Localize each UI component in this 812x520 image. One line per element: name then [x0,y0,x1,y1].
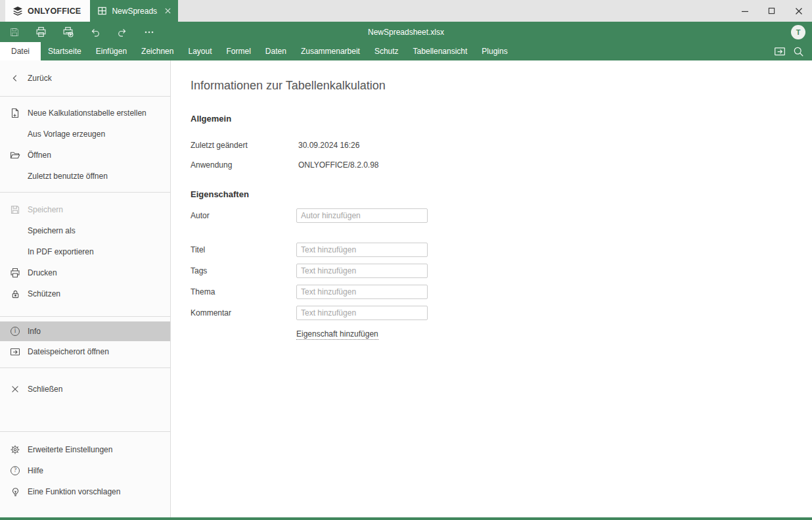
sidebar-item-label: Zuletzt benutzte öffnen [28,172,108,181]
properties-heading: Eigenschaften [191,189,812,199]
tabstrip-spacer [515,42,774,60]
sidebar-item-label: Speichern [28,205,63,214]
tab-tabellenansicht[interactable]: Tabellenansicht [406,42,475,60]
tab-daten[interactable]: Daten [258,42,294,60]
no-icon [9,246,21,258]
titel-input[interactable] [296,243,428,257]
sidebar-item-oeffnen[interactable]: Öffnen [0,145,170,166]
printer-icon [9,267,21,279]
spreadsheet-grid-icon [97,6,107,16]
kommentar-input[interactable] [296,306,428,320]
sidebar-item-hilfe[interactable]: ? Hilfe [0,460,170,481]
sidebar-item-zurueck[interactable]: Zurück [0,68,170,89]
sidebar-item-aus-vorlage[interactable]: Aus Vorlage erzeugen [0,124,170,145]
folder-location-icon [9,346,21,358]
general-heading: Allgemein [191,114,812,124]
info-panel: Informationen zur Tabellenkalkulation Al… [171,60,812,517]
titlebar-spacer [178,0,731,22]
no-icon [9,225,21,237]
sidebar-item-label: Erweiterte Einstellungen [28,445,112,454]
bottom-accent-strip [0,517,812,520]
file-menu-body: Zurück Neue Kalkulationstabelle erstelle… [0,60,812,517]
search-icon[interactable] [792,45,804,57]
title-bar: ONLYOFFICE NewSpreads... [0,0,812,22]
open-file-location-icon[interactable] [774,45,786,57]
file-menu-sidebar: Zurück Neue Kalkulationstabelle erstelle… [0,60,171,517]
new-spreadsheet-icon [9,107,21,119]
tags-label: Tags [191,266,296,275]
tab-zeichnen[interactable]: Zeichnen [134,42,181,60]
quick-print-icon[interactable] [62,26,74,37]
sidebar-item-schliessen[interactable]: Schließen [0,379,170,400]
onlyoffice-logo-icon [12,6,23,16]
tab-plugins[interactable]: Plugins [474,42,514,60]
sidebar-item-drucken[interactable]: Drucken [0,262,170,283]
sidebar-section-save: Speichern Speichern als In PDF exportier… [0,193,170,316]
sidebar-item-erweiterte-einstellungen[interactable]: Erweiterte Einstellungen [0,439,170,460]
maximize-button[interactable] [758,0,785,22]
sidebar-item-zuletzt-benutzte[interactable]: Zuletzt benutzte öffnen [0,166,170,187]
document-tab[interactable]: NewSpreads... [90,0,178,22]
gear-icon [9,444,21,456]
redo-icon[interactable] [116,26,127,37]
sidebar-item-label: Aus Vorlage erzeugen [28,130,105,139]
sidebar-item-label: Drucken [28,268,57,277]
sidebar-item-label: Schließen [28,385,62,394]
save-icon[interactable] [9,26,20,37]
tab-zusammenarbeit[interactable]: Zusammenarbeit [294,42,367,60]
last-modified-label: Zuletzt geändert [191,141,298,150]
sidebar-section-new: Neue Kalkulationstabelle erstellen Aus V… [0,97,170,192]
chevron-left-icon [9,72,21,84]
quick-access-icons [0,26,154,37]
sidebar-item-funktion-vorschlagen[interactable]: Eine Funktion vorschlagen [0,481,170,502]
lightbulb-icon [9,486,21,498]
sidebar-item-pdf-exportieren[interactable]: In PDF exportieren [0,241,170,262]
app-window: ONLYOFFICE NewSpreads... [0,0,812,520]
tabstrip-right-icons [774,42,812,60]
tab-layout[interactable]: Layout [181,42,219,60]
add-property-link[interactable]: Eigenschaft hinzufügen [296,329,378,340]
tags-input[interactable] [296,264,428,278]
app-logo: ONLYOFFICE [5,0,90,22]
undo-icon[interactable] [89,26,101,37]
sidebar-section-info: i Info Dateispeicherort öffnen [0,317,170,367]
tab-formel[interactable]: Formel [219,42,258,60]
application-value: ONLYOFFICE/8.2.0.98 [298,160,379,170]
tab-einfuegen[interactable]: Einfügen [89,42,134,60]
sidebar-item-speichern[interactable]: Speichern [0,199,170,220]
tab-close-icon[interactable] [162,6,173,16]
app-logo-text: ONLYOFFICE [28,7,81,16]
last-modified-value: 30.09.2024 16:26 [298,141,359,150]
autor-input[interactable] [296,208,428,223]
property-row-autor: Autor [191,208,812,223]
thema-input[interactable] [296,285,428,299]
info-row-application: Anwendung ONLYOFFICE/8.2.0.98 [191,160,812,170]
autor-label: Autor [191,211,296,220]
sidebar-item-label: Schützen [28,289,60,298]
minimize-button[interactable] [731,0,758,22]
window-controls [731,0,812,22]
sidebar-item-label: Öffnen [28,151,51,160]
print-icon[interactable] [35,26,47,37]
sidebar-item-info[interactable]: i Info [0,321,170,341]
avatar[interactable]: T [791,25,805,39]
close-window-button[interactable] [785,0,812,22]
save-icon [9,204,21,216]
tab-schutz[interactable]: Schutz [367,42,406,60]
sidebar-item-schuetzen[interactable]: Schützen [0,283,170,304]
property-row-kommentar: Kommentar [191,306,812,320]
sidebar-item-label: Hilfe [28,466,43,475]
tab-datei[interactable]: Datei [0,42,41,60]
folder-open-icon [9,149,21,161]
help-icon: ? [9,465,21,477]
tab-startseite[interactable]: Startseite [41,42,89,60]
more-options-icon[interactable] [143,26,154,37]
close-icon [9,383,21,395]
thema-label: Thema [191,287,296,296]
sidebar-section-back: Zurück [0,60,170,96]
sidebar-item-neue-kalkulationstabelle[interactable]: Neue Kalkulationstabelle erstellen [0,103,170,124]
sidebar-item-label: In PDF exportieren [28,247,94,256]
sidebar-item-dateispeicherort[interactable]: Dateispeicherort öffnen [0,341,170,362]
property-row-tags: Tags [191,264,812,278]
sidebar-item-speichern-als[interactable]: Speichern als [0,220,170,241]
